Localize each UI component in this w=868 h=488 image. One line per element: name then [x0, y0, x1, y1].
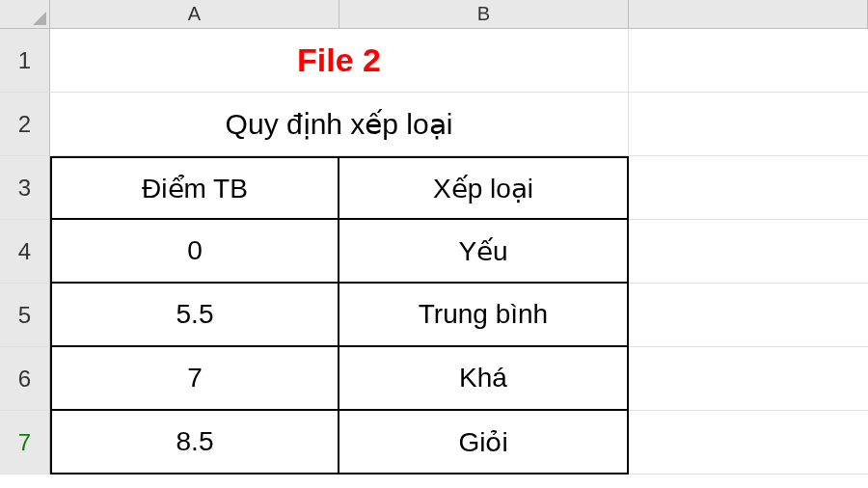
cell-c3[interactable]: [629, 156, 868, 220]
cell-a7[interactable]: 8.5: [50, 411, 339, 474]
row-header-5[interactable]: 5: [0, 284, 50, 347]
cell-header-a[interactable]: Điểm TB: [50, 156, 339, 220]
spreadsheet-grid[interactable]: A B 1 File 2 2 Quy định xếp loại 3 Điểm …: [0, 0, 868, 474]
cell-b6[interactable]: Khá: [339, 347, 629, 411]
cell-a6[interactable]: 7: [50, 347, 339, 411]
cell-subtitle[interactable]: Quy định xếp loại: [50, 93, 629, 156]
row-header-2[interactable]: 2: [0, 93, 50, 156]
column-header-a[interactable]: A: [50, 0, 339, 29]
cell-a5[interactable]: 5.5: [50, 284, 339, 347]
row-header-1[interactable]: 1: [0, 29, 50, 93]
cell-title[interactable]: File 2: [50, 29, 629, 93]
column-header-extra[interactable]: [629, 0, 868, 29]
row-header-3[interactable]: 3: [0, 156, 50, 220]
cell-b4[interactable]: Yếu: [339, 220, 629, 284]
cell-b7[interactable]: Giỏi: [339, 411, 629, 474]
cell-a4[interactable]: 0: [50, 220, 339, 284]
column-header-b[interactable]: B: [339, 0, 629, 29]
row-header-6[interactable]: 6: [0, 347, 50, 411]
cell-c4[interactable]: [629, 220, 868, 284]
select-all-corner[interactable]: [0, 0, 50, 29]
cell-header-b[interactable]: Xếp loại: [339, 156, 629, 220]
cell-c6[interactable]: [629, 347, 868, 411]
cell-b5[interactable]: Trung bình: [339, 284, 629, 347]
cell-c1[interactable]: [629, 29, 868, 93]
row-header-4[interactable]: 4: [0, 220, 50, 284]
cell-c2[interactable]: [629, 93, 868, 156]
row-header-7[interactable]: 7: [0, 411, 50, 474]
cell-c7[interactable]: [629, 411, 868, 474]
cell-c5[interactable]: [629, 284, 868, 347]
